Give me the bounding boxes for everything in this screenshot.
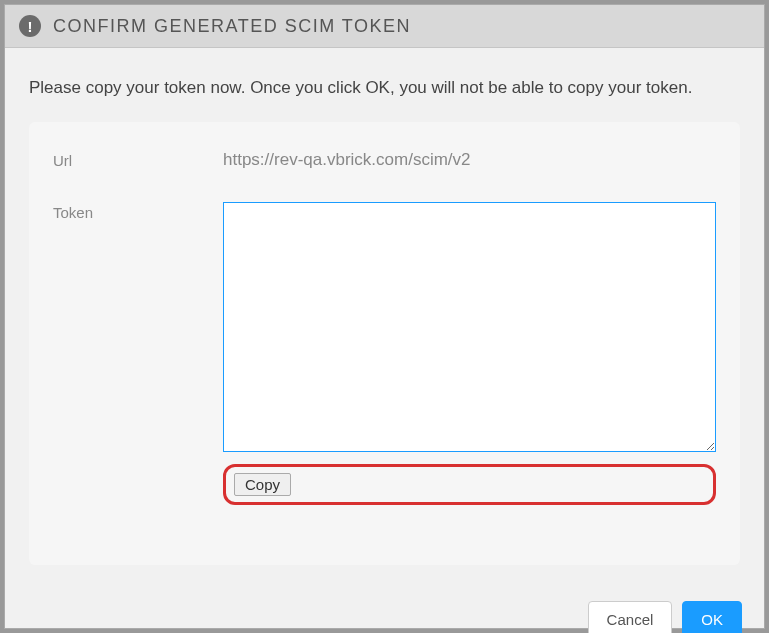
modal-title: CONFIRM GENERATED SCIM TOKEN — [53, 16, 411, 37]
token-textarea[interactable] — [223, 202, 716, 452]
modal-header: ! CONFIRM GENERATED SCIM TOKEN — [5, 5, 764, 48]
token-field-row: Token Copy — [53, 202, 716, 505]
token-label: Token — [53, 202, 223, 221]
confirm-token-modal: ! CONFIRM GENERATED SCIM TOKEN Please co… — [4, 4, 765, 629]
token-area: Copy — [223, 202, 716, 505]
copy-highlight-annotation: Copy — [223, 464, 716, 505]
modal-body: Please copy your token now. Once you cli… — [5, 48, 764, 585]
url-label: Url — [53, 150, 223, 169]
cancel-button[interactable]: Cancel — [588, 601, 673, 633]
copy-button[interactable]: Copy — [234, 473, 291, 496]
modal-footer: Cancel OK — [5, 585, 764, 633]
url-field-row: Url https://rev-qa.vbrick.com/scim/v2 — [53, 150, 716, 170]
content-card: Url https://rev-qa.vbrick.com/scim/v2 To… — [29, 122, 740, 565]
url-value: https://rev-qa.vbrick.com/scim/v2 — [223, 150, 471, 170]
alert-icon: ! — [19, 15, 41, 37]
ok-button[interactable]: OK — [682, 601, 742, 633]
instruction-text: Please copy your token now. Once you cli… — [29, 78, 740, 98]
